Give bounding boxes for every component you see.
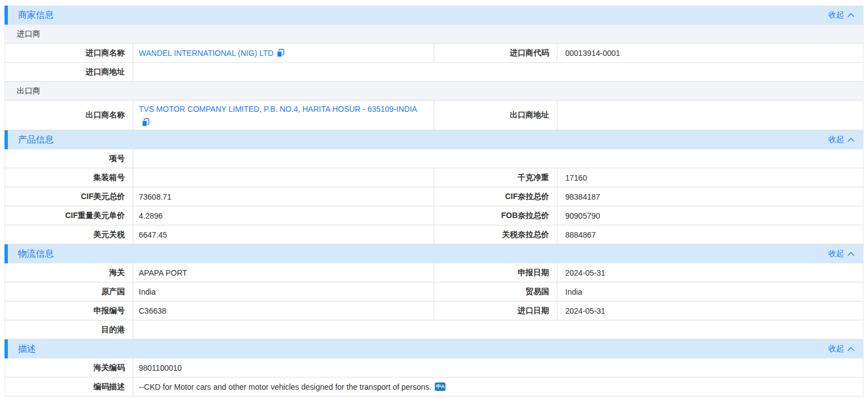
section-header-logistics: 物流信息 收起 — [4, 244, 864, 263]
section-title-logistics: 物流信息 — [18, 248, 54, 260]
table-row: CIF重量美元单价 4.2896 FOB奈拉总价 90905790 — [5, 206, 863, 225]
chevron-up-icon — [847, 252, 855, 256]
copy-icon[interactable] — [276, 49, 284, 58]
field-label: 集装箱号 — [5, 168, 133, 187]
field-label: 申报编号 — [5, 301, 133, 320]
declare-date-value: 2024-05-31 — [557, 263, 863, 282]
table-row: CIF美元总价 73608.71 CIF奈拉总价 98384187 — [5, 187, 863, 206]
table-row: 集装箱号 千克净重 17160 — [5, 168, 863, 187]
chevron-up-icon — [847, 13, 855, 17]
section-title-description: 描述 — [18, 343, 36, 355]
cif-naira-total-value: 98384187 — [557, 187, 863, 206]
table-row: 申报编号 C36638 进口日期 2024-05-31 — [5, 301, 863, 320]
field-label: 进口日期 — [434, 301, 557, 320]
table-row: 目的港 — [5, 320, 863, 339]
chevron-up-icon — [847, 347, 855, 351]
section-title-product: 产品信息 — [18, 134, 54, 146]
product-table: 项号 集装箱号 千克净重 17160 CIF美元总价 73608.71 CIF奈… — [4, 149, 864, 244]
merchant-table: 进口商 进口商名称 WANDEL INTERNATIONAL (NIG) LTD… — [4, 25, 864, 130]
importer-name-link[interactable]: WANDEL INTERNATIONAL (NIG) LTD — [139, 49, 274, 58]
group-label: 进口商 — [17, 29, 40, 39]
trade-country-value: India — [557, 282, 863, 301]
group-row-importer: 进口商 — [5, 25, 863, 44]
table-row: 海关 APAPA PORT 申报日期 2024-05-31 — [5, 263, 863, 282]
collapse-toggle-merchant[interactable]: 收起 — [828, 10, 855, 20]
field-label: CIF奈拉总价 — [434, 187, 557, 206]
code-desc-cell: --CKD for Motor cars and other motor veh… — [133, 377, 863, 396]
trade-record-page: 商家信息 收起 进口商 进口商名称 WANDEL INTERNATIONAL (… — [0, 0, 868, 399]
group-label: 出口商 — [17, 86, 40, 96]
collapse-toggle-logistics[interactable]: 收起 — [828, 249, 855, 259]
section-description: 描述 收起 海关编码 9801100010 编码描述 --CKD for Mot… — [4, 339, 864, 396]
collapse-label: 收起 — [828, 249, 844, 259]
importer-address-value — [133, 63, 863, 81]
table-row: 进口商名称 WANDEL INTERNATIONAL (NIG) LTD 进口商… — [5, 44, 863, 63]
exporter-name-link[interactable]: TVS MOTOR COMPANY LIMITED, P.B. NO.4, HA… — [139, 105, 417, 114]
collapse-label: 收起 — [828, 135, 844, 145]
logistics-table: 海关 APAPA PORT 申报日期 2024-05-31 原产国 India … — [4, 263, 864, 339]
section-title-merchant: 商家信息 — [18, 10, 54, 21]
usd-duty-value: 6647.45 — [133, 225, 434, 244]
field-label: CIF美元总价 — [5, 187, 133, 206]
table-row: 出口商名称 TVS MOTOR COMPANY LIMITED, P.B. NO… — [5, 101, 863, 130]
import-date-value: 2024-05-31 — [557, 301, 863, 320]
cif-usd-unit-price-value: 4.2896 — [133, 206, 434, 225]
field-label: 申报日期 — [434, 263, 557, 282]
fob-naira-total-value: 90905790 — [557, 206, 863, 225]
origin-country-value: India — [133, 282, 434, 301]
section-logistics: 物流信息 收起 海关 APAPA PORT 申报日期 2024-05-31 原产… — [4, 244, 864, 339]
table-row: 海关编码 9801100010 — [5, 358, 863, 377]
net-weight-value: 17160 — [557, 168, 863, 187]
section-merchant: 商家信息 收起 进口商 进口商名称 WANDEL INTERNATIONAL (… — [4, 6, 864, 130]
importer-name-cell: WANDEL INTERNATIONAL (NIG) LTD — [133, 44, 434, 62]
duty-naira-total-value: 8884867 — [557, 225, 863, 244]
container-no-value — [133, 168, 434, 187]
description-table: 海关编码 9801100010 编码描述 --CKD for Motor car… — [4, 358, 864, 396]
translate-icon[interactable]: 中A — [435, 382, 446, 391]
field-label: 美元关税 — [5, 225, 133, 244]
field-label: 千克净重 — [434, 168, 557, 187]
field-label: 出口商地址 — [434, 101, 557, 130]
field-label: 贸易国 — [434, 282, 557, 301]
exporter-address-value — [557, 101, 863, 130]
field-label: CIF重量美元单价 — [5, 206, 133, 225]
cif-usd-total-value: 73608.71 — [133, 187, 434, 206]
section-header-product: 产品信息 收起 — [4, 130, 864, 149]
importer-code-value: 00013914-0001 — [557, 44, 863, 62]
dest-port-value — [133, 320, 863, 339]
field-label: 编码描述 — [5, 377, 133, 396]
field-label: FOB奈拉总价 — [434, 206, 557, 225]
field-label: 原产国 — [5, 282, 133, 301]
collapse-label: 收起 — [828, 10, 844, 20]
declare-no-value: C36638 — [133, 301, 434, 320]
field-label: 进口商代码 — [434, 44, 557, 62]
table-row: 项号 — [5, 149, 863, 168]
table-row: 进口商地址 — [5, 63, 863, 82]
section-product: 产品信息 收起 项号 集装箱号 千克净重 17160 CIF美元总价 73608… — [4, 130, 864, 244]
collapse-toggle-description[interactable]: 收起 — [828, 344, 855, 354]
field-label: 进口商名称 — [5, 44, 133, 62]
hs-code-value: 9801100010 — [133, 358, 863, 377]
field-label: 出口商名称 — [5, 101, 133, 130]
customs-value: APAPA PORT — [133, 263, 434, 282]
section-header-merchant: 商家信息 收起 — [4, 6, 864, 25]
field-label: 进口商地址 — [5, 63, 133, 81]
table-row: 编码描述 --CKD for Motor cars and other moto… — [5, 377, 863, 396]
group-row-exporter: 出口商 — [5, 82, 863, 101]
field-label: 目的港 — [5, 320, 133, 339]
code-desc-value: --CKD for Motor cars and other motor veh… — [139, 382, 431, 391]
field-label: 海关 — [5, 263, 133, 282]
copy-icon[interactable] — [142, 118, 149, 127]
collapse-label: 收起 — [828, 344, 844, 354]
field-label: 项号 — [5, 149, 133, 168]
exporter-name-cell: TVS MOTOR COMPANY LIMITED, P.B. NO.4, HA… — [133, 101, 434, 130]
table-row: 美元关税 6647.45 关税奈拉总价 8884867 — [5, 225, 863, 244]
field-label: 关税奈拉总价 — [434, 225, 557, 244]
field-label: 海关编码 — [5, 358, 133, 377]
collapse-toggle-product[interactable]: 收起 — [828, 135, 855, 145]
section-header-description: 描述 收起 — [4, 339, 864, 358]
item-no-value — [133, 149, 863, 168]
table-row: 原产国 India 贸易国 India — [5, 282, 863, 301]
chevron-up-icon — [847, 138, 855, 142]
